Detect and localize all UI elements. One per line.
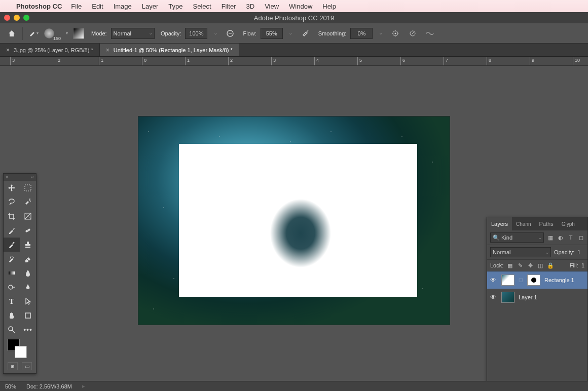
layer-blend-select[interactable]: Normal⌵	[490, 247, 551, 257]
stamp-tool[interactable]	[20, 238, 36, 252]
close-window-button[interactable]	[4, 15, 10, 21]
ruler-tick: 10	[573, 57, 580, 66]
doc-size[interactable]: Doc: 2.56M/3.68M	[26, 383, 72, 389]
menu-type[interactable]: Type	[168, 3, 182, 10]
flow-dropdown[interactable]: ⌵	[287, 27, 295, 40]
svg-point-13	[9, 327, 13, 331]
brush-tool[interactable]	[4, 238, 20, 252]
layer-thumbnail[interactable]	[501, 292, 514, 303]
frame-tool[interactable]	[20, 209, 36, 223]
hand-tool[interactable]	[4, 308, 20, 323]
pressure-size-button[interactable]	[406, 27, 419, 40]
move-tool[interactable]	[4, 181, 20, 195]
pressure-opacity-button[interactable]	[224, 27, 237, 40]
lock-all-icon[interactable]: 🔒	[547, 262, 554, 269]
home-button[interactable]	[5, 27, 18, 40]
menu-3d[interactable]: 3D	[246, 3, 255, 10]
marquee-tool[interactable]	[20, 181, 36, 195]
menu-layer[interactable]: Layer	[142, 3, 159, 10]
close-icon[interactable]: ×	[6, 175, 8, 180]
menu-help[interactable]: Help	[322, 3, 336, 10]
symmetry-button[interactable]	[423, 27, 436, 40]
menu-edit[interactable]: Edit	[92, 3, 103, 10]
document-tabs: × 3.jpg @ 25% (Layer 0, RGB/8) * × Untit…	[0, 44, 588, 57]
brush-preset-picker[interactable]: 150 ▾	[44, 28, 68, 38]
visibility-icon[interactable]: 👁	[490, 277, 497, 284]
doc-tab-inactive[interactable]: × 3.jpg @ 25% (Layer 0, RGB/8) *	[0, 44, 100, 56]
menu-filter[interactable]: Filter	[222, 3, 236, 10]
layers-panel[interactable]: Layers Chann Paths Glyph 🔍 Kind⌵ ▦ ◐ T ◻…	[487, 217, 588, 391]
menu-view[interactable]: View	[265, 3, 279, 10]
smoothing-options-button[interactable]	[389, 27, 402, 40]
layer-filter-select[interactable]: 🔍 Kind⌵	[490, 232, 544, 243]
lock-paint-icon[interactable]: ✎	[517, 262, 524, 269]
smoothing-dropdown[interactable]: ⌵	[377, 27, 385, 40]
mask-thumbnail[interactable]	[527, 275, 540, 286]
palette-header[interactable]: ×‹‹	[4, 174, 36, 181]
edit-toolbar-button[interactable]: •••	[20, 323, 36, 337]
ruler-horizontal[interactable]: 3 2 1 0 1 2 3 4 5 6 7 8 9 10	[0, 57, 588, 66]
tab-channels[interactable]: Chann	[512, 217, 535, 230]
layer-thumbnail[interactable]	[501, 275, 514, 286]
dodge-tool[interactable]	[4, 280, 20, 294]
tool-palette[interactable]: ×‹‹ T •••	[3, 173, 36, 374]
menu-image[interactable]: Image	[114, 3, 132, 10]
lock-position-icon[interactable]: ✥	[527, 262, 534, 269]
filter-shape-icon[interactable]: ◻	[577, 234, 584, 241]
filter-pixel-icon[interactable]: ▦	[547, 234, 554, 241]
opacity-input[interactable]: 100%	[185, 28, 207, 39]
lasso-tool[interactable]	[4, 195, 20, 209]
layer-name[interactable]: Layer 1	[519, 294, 537, 300]
app-name[interactable]: Photoshop CC	[16, 3, 62, 10]
crop-tool[interactable]	[4, 209, 20, 223]
close-icon[interactable]: ×	[106, 47, 109, 54]
layer-item-layer1[interactable]: 👁 Layer 1	[487, 289, 587, 306]
history-brush-tool[interactable]	[4, 252, 20, 266]
pen-tool[interactable]	[20, 280, 36, 294]
blend-mode-select[interactable]: Normal⌵	[111, 28, 155, 39]
layer-item-rectangle[interactable]: 👁 ⬚ Rectangle 1	[487, 271, 587, 289]
minimize-window-button[interactable]	[14, 15, 20, 21]
lock-artboard-icon[interactable]: ◫	[537, 262, 544, 269]
shape-tool[interactable]	[20, 308, 36, 323]
eraser-tool[interactable]	[20, 252, 36, 266]
menu-select[interactable]: Select	[193, 3, 211, 10]
background-color[interactable]	[15, 346, 27, 358]
flow-input[interactable]: 55%	[261, 28, 283, 39]
zoom-level[interactable]: 50%	[5, 383, 16, 389]
doc-tab-active[interactable]: × Untitled-1 @ 50% (Rectangle 1, Layer M…	[100, 44, 239, 56]
tab-layers[interactable]: Layers	[487, 217, 512, 230]
menu-file[interactable]: File	[71, 3, 82, 10]
quick-mask-button[interactable]: ◙	[8, 362, 18, 370]
zoom-tool[interactable]	[4, 323, 20, 337]
fill-value[interactable]: 1	[581, 262, 584, 268]
status-arrow-icon[interactable]: ▸	[82, 383, 85, 389]
opacity-dropdown[interactable]: ⌵	[211, 27, 219, 40]
tab-paths[interactable]: Paths	[535, 217, 558, 230]
document-canvas[interactable]	[138, 116, 450, 325]
path-select-tool[interactable]	[20, 294, 36, 308]
zoom-window-button[interactable]	[23, 15, 29, 21]
type-tool[interactable]: T	[4, 294, 20, 308]
eyedropper-tool[interactable]	[4, 223, 20, 238]
healing-tool[interactable]	[20, 223, 36, 238]
tool-preset-button[interactable]: ▾	[27, 27, 40, 40]
smoothing-input[interactable]: 0%	[350, 28, 373, 39]
visibility-icon[interactable]: 👁	[490, 294, 497, 301]
layer-name[interactable]: Rectangle 1	[544, 277, 574, 283]
layer-list: 👁 ⬚ Rectangle 1 👁 Layer 1	[487, 271, 587, 306]
gradient-tool[interactable]	[4, 266, 20, 280]
menu-window[interactable]: Window	[289, 3, 312, 10]
tab-glyphs[interactable]: Glyph	[558, 217, 579, 230]
lock-transparency-icon[interactable]: ▦	[506, 262, 513, 269]
close-icon[interactable]: ×	[6, 47, 10, 54]
screen-mode-button[interactable]: ▭	[22, 362, 32, 370]
filter-adjust-icon[interactable]: ◐	[557, 234, 564, 241]
opacity-value[interactable]: 1	[577, 249, 580, 255]
collapse-icon[interactable]: ‹‹	[31, 175, 34, 180]
airbrush-button[interactable]	[299, 27, 312, 40]
filter-type-icon[interactable]: T	[567, 234, 574, 241]
brush-settings-button[interactable]	[72, 27, 85, 40]
quick-select-tool[interactable]	[20, 195, 36, 209]
blur-tool[interactable]	[20, 266, 36, 280]
